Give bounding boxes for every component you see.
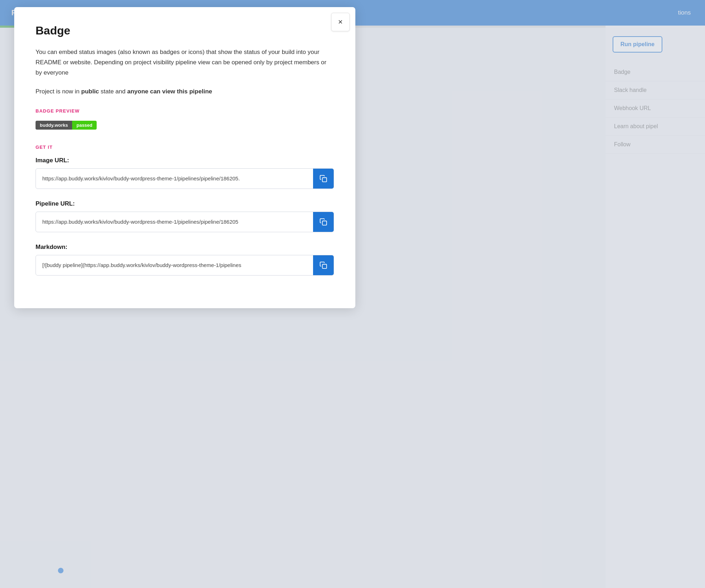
modal-close-button[interactable]: × bbox=[331, 13, 350, 31]
pipeline-url-input[interactable] bbox=[36, 213, 313, 230]
pipeline-url-label: Pipeline URL: bbox=[36, 200, 334, 207]
markdown-copy-button[interactable] bbox=[313, 255, 334, 275]
pipeline-url-copy-button[interactable] bbox=[313, 212, 334, 232]
image-url-input[interactable] bbox=[36, 170, 313, 187]
modal-title: Badge bbox=[36, 24, 334, 37]
badge-modal: × Badge You can embed status images (als… bbox=[14, 7, 355, 308]
badge-preview-section-label: BADGE PREVIEW bbox=[36, 108, 334, 114]
copy-icon bbox=[319, 175, 327, 183]
badge-right: passed bbox=[72, 121, 97, 130]
modal-description-2: Project is now in public state and anyon… bbox=[36, 87, 334, 97]
image-url-copy-button[interactable] bbox=[313, 169, 334, 189]
modal-description-1: You can embed status images (also known … bbox=[36, 47, 334, 78]
badge-left: buddy.works bbox=[36, 121, 72, 130]
copy-icon-2 bbox=[319, 218, 327, 226]
markdown-field-group: Markdown: bbox=[36, 244, 334, 276]
pipeline-url-field-group: Pipeline URL: bbox=[36, 200, 334, 232]
copy-icon-3 bbox=[319, 261, 327, 269]
get-it-section-label: GET IT bbox=[36, 145, 334, 150]
modal-overlay: × Badge You can embed status images (als… bbox=[0, 0, 705, 588]
bottom-decoration-icon: ● bbox=[57, 562, 65, 577]
modal-bold-public: public bbox=[81, 88, 99, 95]
badge-preview: buddy.works passed bbox=[36, 121, 97, 130]
markdown-row bbox=[36, 255, 334, 276]
modal-bold-anyone: anyone can view this pipeline bbox=[127, 88, 212, 95]
svg-rect-2 bbox=[322, 264, 327, 268]
svg-rect-1 bbox=[322, 221, 327, 225]
image-url-field-group: Image URL: bbox=[36, 157, 334, 189]
markdown-input[interactable] bbox=[36, 256, 313, 274]
pipeline-url-row bbox=[36, 212, 334, 232]
svg-rect-0 bbox=[322, 178, 327, 182]
image-url-label: Image URL: bbox=[36, 157, 334, 164]
image-url-row bbox=[36, 168, 334, 189]
markdown-label: Markdown: bbox=[36, 244, 334, 251]
